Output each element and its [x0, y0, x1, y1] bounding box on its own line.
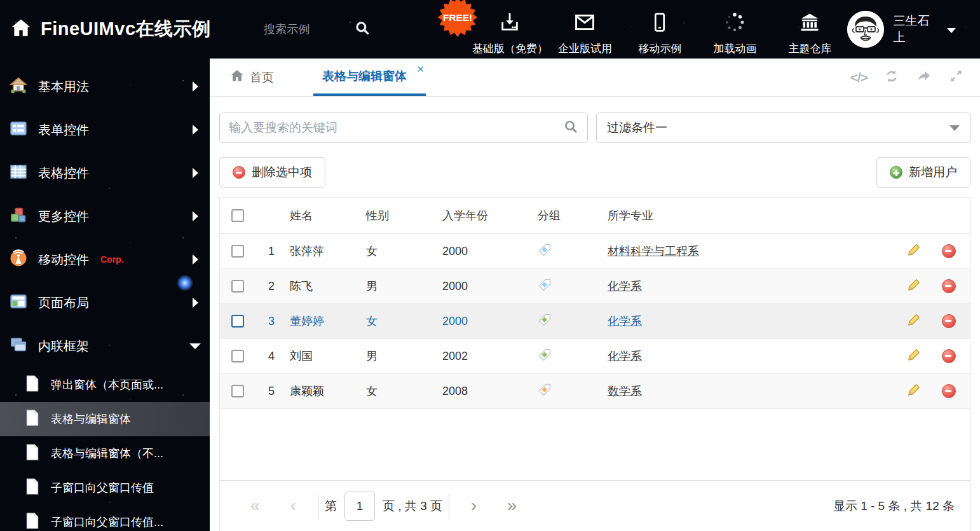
delete-row-icon[interactable] — [942, 314, 956, 328]
select-all-checkbox[interactable] — [231, 209, 244, 222]
major-link[interactable]: 材料科学与工程系 — [608, 245, 699, 258]
cubes-icon — [9, 205, 28, 227]
major-link[interactable]: 化学系 — [608, 315, 642, 328]
share-icon[interactable] — [916, 69, 932, 86]
row-number: 1 — [255, 245, 283, 258]
cell-gender: 男 — [360, 279, 436, 294]
page-suffix: 页 , 共 3 页 — [383, 498, 442, 514]
nav-item-loading-anim[interactable]: 加载动画 — [697, 3, 772, 56]
next-page-button[interactable]: › — [456, 497, 492, 514]
user-menu[interactable]: 三生石上 — [847, 11, 980, 48]
corp-badge: Corp. — [100, 254, 124, 265]
envelope-icon — [573, 11, 596, 36]
app-header: FineUIMvc在线示例 搜索示例 FREE! 基础版（免费） 企业版试用 — [0, 0, 980, 59]
svg-text:FREE!: FREE! — [443, 12, 473, 23]
cell-gender: 男 — [360, 348, 436, 364]
delete-selected-label: 删除选中项 — [252, 164, 312, 181]
filter-dropdown[interactable]: 过滤条件一 — [596, 113, 970, 143]
major-link[interactable]: 数学系 — [608, 385, 642, 397]
edit-pencil-icon[interactable] — [908, 279, 920, 294]
grid-header-row: 姓名 性别 入学年份 分组 所学专业 — [220, 198, 970, 234]
keyword-search-input[interactable] — [229, 121, 557, 135]
header-search[interactable]: 搜索示例 — [264, 20, 396, 39]
edit-pencil-icon[interactable] — [908, 244, 920, 259]
cell-year: 2002 — [436, 350, 531, 363]
table-row[interactable]: 4 刘国 男 2002 化学系 — [220, 339, 970, 374]
sidebar-item-grid-controls[interactable]: 表格控件 — [0, 151, 210, 195]
sidebar-item-page-layout[interactable]: 页面布局 — [0, 281, 210, 324]
last-page-button[interactable]: » — [492, 497, 532, 514]
tag-icon — [538, 383, 552, 397]
sidebar-item-form-controls[interactable]: 表单控件 — [0, 108, 210, 151]
cell-edit — [899, 314, 928, 329]
nav-item-mobile-demo[interactable]: 移动示例 — [622, 3, 697, 56]
user-name: 三生石上 — [893, 13, 938, 46]
add-user-button[interactable]: 新增用户 — [876, 157, 970, 188]
grid-toolbar: 删除选中项 新增用户 — [219, 157, 970, 188]
nav-item-enterprise-trial[interactable]: 企业版试用 — [547, 3, 622, 56]
sidebar-item-iframe[interactable]: 内联框架 — [0, 324, 210, 368]
delete-selected-button[interactable]: 删除选中项 — [219, 157, 325, 188]
refresh-icon[interactable] — [884, 69, 899, 86]
row-checkbox[interactable] — [231, 280, 244, 293]
chevron-right-icon — [193, 211, 198, 221]
edit-pencil-icon[interactable] — [908, 314, 920, 329]
sidebar-item-label: 页面布局 — [38, 294, 89, 312]
sidebar-subitem-child-to-parent[interactable]: 子窗口向父窗口传值 — [0, 471, 210, 505]
header-nav: FREE! 基础版（免费） 企业版试用 移动示例 — [472, 3, 847, 56]
table-row[interactable]: 2 陈飞 男 2000 化学系 — [220, 269, 970, 304]
table-row[interactable]: 1 张萍萍 女 2000 材料科学与工程系 — [220, 234, 970, 269]
cell-major: 数学系 — [601, 383, 899, 399]
prev-page-button[interactable]: ‹ — [275, 497, 311, 514]
search-icon[interactable] — [354, 20, 371, 39]
nav-item-theme-repo[interactable]: 主题仓库 — [772, 3, 847, 56]
close-icon[interactable]: ✕ — [416, 64, 425, 75]
sidebar-subitem-grid-edit-window[interactable]: 表格与编辑窗体 — [0, 402, 210, 436]
column-header-major[interactable]: 所学专业 — [601, 208, 899, 223]
sidebar-subitem-grid-edit-window-2[interactable]: 表格与编辑窗体（不... — [0, 436, 210, 471]
cell-group — [531, 313, 601, 330]
nav-item-basic-free[interactable]: 基础版（免费） — [472, 3, 547, 56]
sidebar-item-label: 表格控件 — [38, 165, 89, 182]
table-row[interactable]: 5 康颖颖 女 2008 数学系 — [220, 374, 970, 409]
table-row-selected[interactable]: 3 董婷婷 女 2000 化学系 — [220, 304, 970, 339]
sidebar-item-more-controls[interactable]: 更多控件 — [0, 195, 210, 238]
tab-home[interactable]: 首页 — [221, 59, 283, 96]
chevron-right-icon — [193, 81, 198, 92]
app-logo[interactable]: FineUIMvc在线示例 — [0, 17, 264, 42]
row-checkbox[interactable] — [231, 245, 244, 258]
sidebar-subitem-label: 子窗口向父窗口传值 — [51, 480, 154, 495]
first-page-button[interactable]: « — [235, 497, 275, 514]
search-icon[interactable] — [563, 119, 578, 137]
tab-grid-edit-window[interactable]: 表格与编辑窗体 ✕ — [313, 59, 426, 96]
delete-row-icon[interactable] — [942, 244, 956, 258]
table-icon — [9, 162, 28, 184]
column-header-group[interactable]: 分组 — [531, 208, 601, 223]
page-number-input[interactable] — [344, 492, 375, 521]
expand-icon[interactable] — [949, 69, 963, 86]
nav-item-label: 移动示例 — [638, 41, 681, 56]
delete-row-icon[interactable] — [942, 279, 956, 293]
delete-row-icon[interactable] — [942, 384, 956, 398]
sidebar-item-basic-usage[interactable]: 基本用法 — [0, 65, 210, 108]
sidebar-subitem-popup-window[interactable]: 弹出窗体（本页面或... — [0, 368, 210, 402]
row-checkbox[interactable] — [231, 315, 244, 328]
add-user-label: 新增用户 — [909, 164, 957, 181]
major-link[interactable]: 化学系 — [608, 280, 642, 293]
column-header-year[interactable]: 入学年份 — [436, 208, 531, 223]
column-header-gender[interactable]: 性别 — [360, 208, 436, 223]
edit-pencil-icon[interactable] — [908, 383, 920, 399]
row-checkbox[interactable] — [231, 350, 244, 362]
source-code-icon[interactable]: </> — [850, 70, 868, 85]
sidebar-subitem-child-to-parent-2[interactable]: 子窗口向父窗口传值... — [0, 505, 210, 531]
cell-edit — [899, 244, 928, 259]
row-checkbox[interactable] — [231, 385, 244, 397]
major-link[interactable]: 化学系 — [608, 350, 642, 362]
sidebar-subitem-label: 表格与编辑窗体 — [51, 411, 131, 427]
delete-row-icon[interactable] — [942, 349, 956, 363]
sidebar-item-mobile-controls[interactable]: 移动控件 Corp. — [0, 238, 210, 281]
header-search-placeholder[interactable]: 搜索示例 — [264, 22, 310, 37]
column-header-name[interactable]: 姓名 — [283, 208, 360, 223]
content-area: 过滤条件一 删除选中项 新增用户 姓名 性 — [210, 97, 980, 531]
edit-pencil-icon[interactable] — [908, 348, 920, 364]
